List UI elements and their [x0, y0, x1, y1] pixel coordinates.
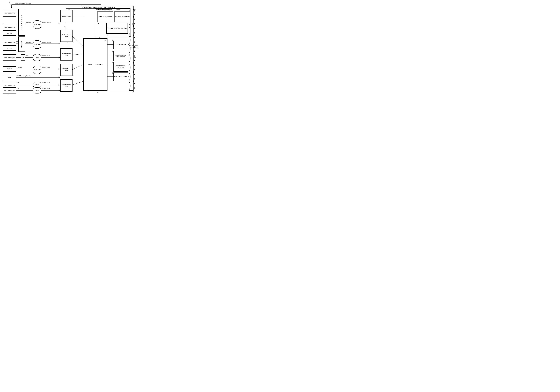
- n16-label: 16: [67, 41, 68, 43]
- pbx-box: PBX: [3, 75, 16, 80]
- phone-3-box: PHONE: [3, 66, 16, 72]
- ss7-label: SS7 Signalling (Q7xx): [15, 2, 31, 4]
- n10-label: 10: [134, 9, 136, 10]
- bisdn-trunk-nas-box: B-ISDN Trunk NAS: [60, 79, 72, 92]
- call-supervisor-box: CALL SUPERVISOR: [97, 11, 113, 22]
- nisdn-access2-label: N-ISDN-Access: [42, 41, 51, 43]
- multimedia-server-label: MULTIMEDIA SERVER: [96, 9, 112, 10]
- bisdn-trunk-2-label: B-ISDN Trunk: [42, 88, 50, 89]
- modem-box: M O D E M: [18, 37, 25, 52]
- isdn-cloud: ISDN: [33, 54, 41, 61]
- lan-modem-box: L A N M O D E M: [18, 9, 25, 36]
- pstn-isdn-3-cloud: PSTN/ ISDN: [33, 66, 41, 74]
- svg-line-38: [72, 81, 84, 85]
- connection-supervisor-box: CONNECTION SUPERVISOR: [106, 23, 128, 34]
- atm-1-label: ATM: [17, 82, 20, 84]
- h310-terminal-box: H310 TERMINAL: [3, 82, 16, 88]
- multimedia-network-label: MULTIMEDIA NETWORK: [130, 44, 138, 49]
- aal2-switch-box: AAL-2 SWITCH: [113, 41, 128, 49]
- atm-2-label: ATM: [17, 88, 20, 89]
- svg-marker-13: [59, 23, 60, 24]
- tone-sender-receiver-box: TONE SENDER RECEIVER: [113, 62, 128, 72]
- nisdn-trunk-nas-box: N-ISDN Trunk NAS: [60, 48, 72, 60]
- underline-24: [117, 10, 120, 10]
- bisdn-trunk-1-label: B-ISDN Trunk: [42, 82, 50, 84]
- n26-label: 26: [98, 23, 99, 25]
- pstn-isdn-1-cloud: PSTN/ ISDN: [33, 20, 41, 29]
- atm-vc-switch-box: 20 ATM VC SWITCH: [84, 38, 107, 90]
- analogue-3-label: Analogue: [17, 67, 22, 68]
- n20-inside-label: 20: [105, 39, 106, 41]
- n22-label: 22: [133, 88, 135, 89]
- svg-line-35: [72, 36, 84, 47]
- svg-marker-30: [59, 84, 60, 86]
- media-supervisor-box: MEDIA SUPERVISOR: [114, 11, 130, 22]
- svg-marker-22: [59, 57, 60, 58]
- phone-1-box: PHONE: [3, 31, 16, 36]
- n30-label: 30: [107, 34, 108, 36]
- h323-gatekeeper-box: H323 GATEKEEPER: [113, 72, 128, 81]
- svg-marker-27: [59, 77, 60, 78]
- n24-right-label: 24: [130, 35, 131, 37]
- analogue-2-label: Analogue: [26, 41, 31, 43]
- n18-top-label: 18: [64, 26, 65, 28]
- figure-label-bottom: 8: [8, 93, 9, 95]
- h323-terminal-2-box: H323 TERMINAL: [3, 24, 16, 31]
- bisdn-1-cloud: B-ISDN: [33, 82, 41, 88]
- isdn-label: ISDN: [26, 55, 29, 57]
- h324-terminal-box: H324 TERMINAL: [3, 39, 16, 46]
- bisdn-2-cloud: B-ISDN: [33, 87, 41, 93]
- n14-label: 14: [134, 57, 136, 59]
- svg-marker-33: [59, 90, 60, 91]
- network-diagram: 8 ▼ SS7 Signalling (Q7xx) UNIFIED MULTIM…: [0, 0, 138, 97]
- svg-marker-25: [59, 68, 60, 69]
- phone-2-box: PHONE: [3, 46, 16, 50]
- figure-arrow-label: ▼: [10, 3, 11, 5]
- svg-line-37: [72, 64, 84, 70]
- nisdn-trunk-2-label: N-ISDN Trunk: [42, 67, 50, 68]
- svg-line-36: [72, 54, 84, 55]
- n20-bottom-label: 20: [97, 91, 98, 93]
- umsp-label: UNIFIED MULTIMEDIA SERVICE PROVIDER: [82, 6, 115, 8]
- nisdn-access-nas-box: N-ISDN Access NAS: [60, 64, 72, 76]
- h323-lan-nas-box: H323 LAN NAS: [60, 10, 72, 22]
- h323-terminal-1-box: H323 TERMINAL: [3, 10, 16, 17]
- analogue-1-label: Analogue: [26, 21, 31, 23]
- nisdn-access-label: N-ISDN Access: [42, 21, 50, 23]
- ta-box: T A: [21, 54, 25, 60]
- pstn-isdn-2-cloud: PSTN/ ISDN: [33, 40, 41, 49]
- nisdn-primary-label: N-ISDN Primary Rate Access: [17, 75, 33, 77]
- n32-label: 32: [132, 23, 133, 25]
- modem-access-nas-box: Modem Access NAS: [60, 29, 72, 42]
- nisdn-trunk-1-label: N-ISDN Trunk: [42, 55, 50, 57]
- svg-marker-18: [59, 43, 60, 44]
- h321-terminal-box: H321 TERMINAL: [3, 87, 16, 93]
- svg-marker-4: [11, 7, 12, 9]
- media-service-processor-box: MEDIA SERVICE PROCESSOR: [113, 51, 128, 61]
- h320-terminal-box: H320 TERMINAL: [3, 54, 16, 60]
